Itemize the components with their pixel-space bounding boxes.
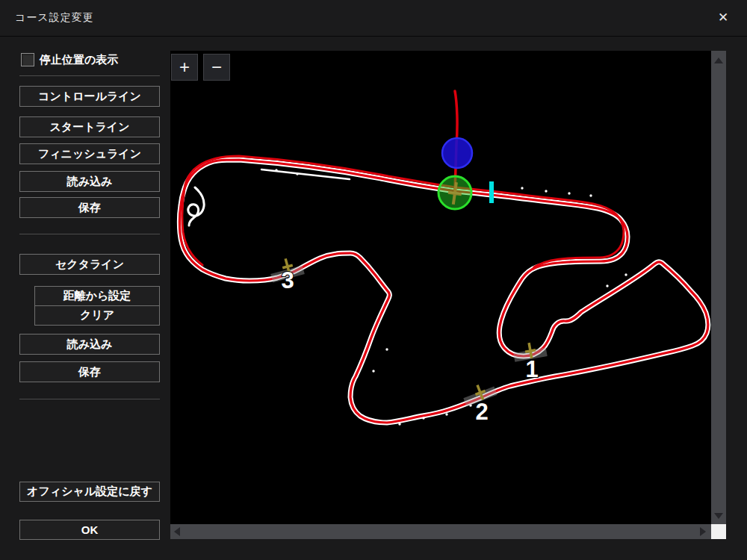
start-line-button[interactable]: スタートライン bbox=[19, 116, 160, 137]
zoom-out-button[interactable]: − bbox=[203, 54, 230, 81]
sidebar: 停止位置の表示 コントロールライン スタートライン フィニッシュライン 読み込み… bbox=[0, 37, 170, 560]
load-button-sector[interactable]: 読み込み bbox=[19, 334, 160, 355]
set-from-distance-button[interactable]: 距離から設定 bbox=[34, 286, 160, 306]
titlebar: コース設定変更 ✕ bbox=[0, 0, 747, 37]
finish-line-button[interactable]: フィニッシュライン bbox=[19, 143, 160, 164]
track-map: 1 2 3 bbox=[170, 51, 711, 524]
reset-official-button[interactable]: オフィシャル設定に戻す bbox=[19, 482, 160, 502]
close-icon[interactable]: ✕ bbox=[714, 9, 732, 27]
zoom-in-button[interactable]: + bbox=[171, 54, 198, 81]
scroll-down-icon[interactable] bbox=[714, 513, 723, 519]
course-line bbox=[182, 156, 624, 269]
scrollbar-corner bbox=[711, 524, 726, 539]
sector1-label: 1 bbox=[525, 356, 538, 382]
stop-position-checkbox[interactable] bbox=[21, 53, 34, 66]
save-button-top[interactable]: 保存 bbox=[19, 197, 160, 218]
scroll-right-icon[interactable] bbox=[700, 527, 706, 536]
cyan-line-marker[interactable] bbox=[489, 181, 494, 203]
vertical-scrollbar[interactable] bbox=[711, 51, 726, 524]
horizontal-scrollbar[interactable] bbox=[170, 524, 711, 539]
track-map-canvas[interactable]: 1 2 3 + − bbox=[170, 51, 711, 524]
clear-button[interactable]: クリア bbox=[34, 305, 160, 326]
load-button-top[interactable]: 読み込み bbox=[19, 171, 160, 192]
separator bbox=[19, 234, 160, 234]
scroll-up-icon[interactable] bbox=[714, 57, 723, 63]
save-button-sector[interactable]: 保存 bbox=[19, 361, 160, 382]
separator bbox=[19, 399, 160, 399]
pit-loop-outline bbox=[188, 187, 204, 225]
course-settings-dialog: コース設定変更 ✕ 停止位置の表示 コントロールライン スタートライン フィニッ… bbox=[0, 0, 747, 560]
control-line-button[interactable]: コントロールライン bbox=[19, 86, 160, 107]
stop-position-label: 停止位置の表示 bbox=[40, 53, 118, 67]
separator bbox=[19, 75, 160, 76]
sector-line-button[interactable]: セクタライン bbox=[19, 254, 160, 275]
blue-position-marker[interactable] bbox=[442, 138, 472, 168]
dialog-title: コース設定変更 bbox=[15, 11, 94, 25]
scroll-left-icon[interactable] bbox=[174, 527, 180, 536]
ok-button[interactable]: OK bbox=[19, 520, 160, 540]
sector2-label: 2 bbox=[475, 399, 488, 425]
sector3-label: 3 bbox=[281, 267, 294, 293]
map-area: 1 2 3 + − bbox=[170, 51, 726, 539]
